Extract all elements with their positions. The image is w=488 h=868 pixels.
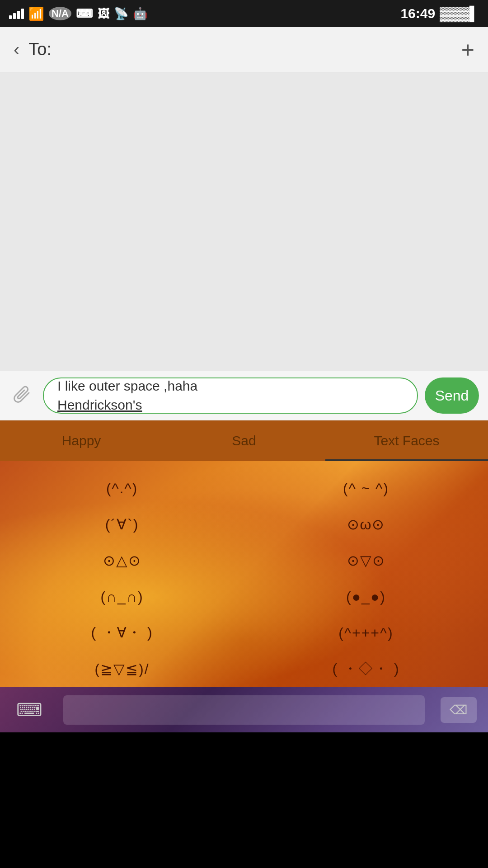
to-header: ‹ To: + xyxy=(0,27,488,72)
add-recipient-button[interactable]: + xyxy=(461,37,474,63)
tab-happy[interactable]: Happy xyxy=(0,420,163,461)
input-row: I like outer space ,haha Hendrickson's S… xyxy=(0,371,488,420)
tab-sad[interactable]: Sad xyxy=(163,420,325,461)
face-9[interactable]: (^+++^) xyxy=(244,615,488,651)
emoji-tab-bar: Happy Sad Text Faces xyxy=(0,420,488,461)
back-button[interactable]: ‹ xyxy=(14,39,19,60)
face-3[interactable]: ⊙ω⊙ xyxy=(244,506,488,542)
android-icon: 🤖 xyxy=(133,7,147,21)
keyboard-icon: ⌨ xyxy=(16,699,42,720)
message-line2: Hendrickson's xyxy=(57,396,404,415)
signal-bar-3 xyxy=(17,11,20,19)
keyboard-bottom-row: ⌨ ⌫ xyxy=(0,687,488,732)
wifi-icon: 📶 xyxy=(28,6,44,21)
face-6[interactable]: (∩_∩) xyxy=(0,579,244,615)
message-input[interactable]: I like outer space ,haha Hendrickson's xyxy=(43,377,418,414)
clock: 16:49 xyxy=(400,6,435,21)
to-label: To: xyxy=(19,40,461,59)
message-area xyxy=(0,72,488,371)
face-10[interactable]: (≧▽≦)/ xyxy=(0,651,244,687)
na-badge: N/A xyxy=(49,7,71,20)
status-bar: 📶 N/A ⌨ 🖼 📡 🤖 16:49 ▓▓▓▌ xyxy=(0,0,488,27)
keyboard-toggle-button[interactable]: ⌨ xyxy=(0,687,59,732)
battery-icon: ▓▓▓▌ xyxy=(440,6,479,21)
input-wrapper: I like outer space ,haha Hendrickson's xyxy=(43,377,418,414)
face-4[interactable]: ⊙△⊙ xyxy=(0,542,244,579)
status-left: 📶 N/A ⌨ 🖼 📡 🤖 xyxy=(9,6,147,21)
attach-button[interactable] xyxy=(9,382,36,409)
keyboard-input-area[interactable] xyxy=(63,695,425,725)
image-icon-status: 🖼 xyxy=(98,7,109,21)
signal-bars xyxy=(9,8,24,19)
face-7[interactable]: (●_●) xyxy=(244,579,488,615)
face-8[interactable]: ( ・∀・ ) xyxy=(0,615,244,651)
signal-bar-1 xyxy=(9,15,12,19)
signal-bar-4 xyxy=(21,9,24,19)
emoji-grid: (^.^) (^ ~ ^) (´∀`) ⊙ω⊙ ⊙△⊙ ⊙▽⊙ (∩_∩) (●… xyxy=(0,461,488,687)
delete-icon: ⌫ xyxy=(441,697,477,723)
delete-button[interactable]: ⌫ xyxy=(429,687,488,732)
status-right: 16:49 ▓▓▓▌ xyxy=(400,6,479,21)
face-0[interactable]: (^.^) xyxy=(0,470,244,506)
tab-text-faces[interactable]: Text Faces xyxy=(325,420,488,461)
cast-icon: 📡 xyxy=(114,7,128,21)
keyboard-icon-status: ⌨ xyxy=(76,7,93,21)
send-button[interactable]: Send xyxy=(425,377,479,414)
message-line1: I like outer space ,haha xyxy=(57,377,404,396)
signal-bar-2 xyxy=(13,13,16,19)
face-1[interactable]: (^ ~ ^) xyxy=(244,470,488,506)
face-2[interactable]: (´∀`) xyxy=(0,506,244,542)
face-11[interactable]: ( ・◇・ ) xyxy=(244,651,488,687)
face-5[interactable]: ⊙▽⊙ xyxy=(244,542,488,579)
